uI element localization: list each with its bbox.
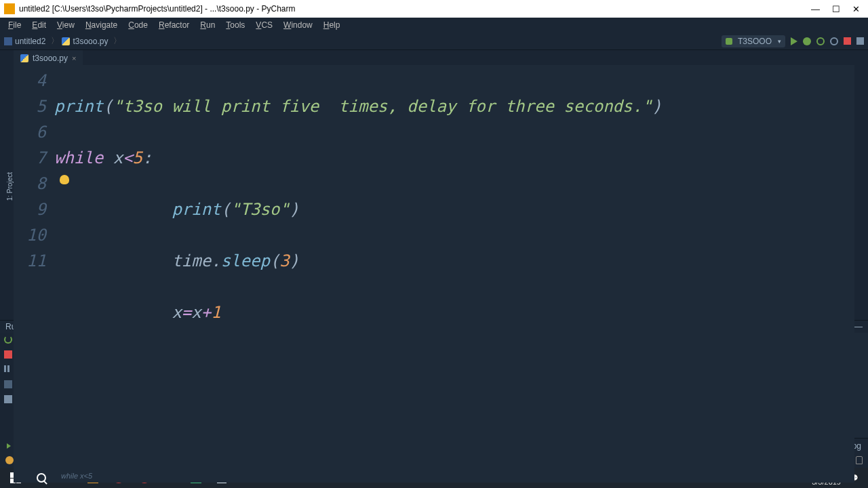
play-icon bbox=[7, 443, 11, 449]
pin-icon[interactable] bbox=[4, 395, 12, 403]
code-context-hint: while x<5 bbox=[61, 472, 92, 480]
menu-bar: File Edit View Navigate Code Refactor Ru… bbox=[0, 18, 868, 33]
coverage-button[interactable] bbox=[816, 37, 825, 45]
menu-vcs[interactable]: VCS bbox=[250, 19, 278, 31]
menu-view[interactable]: View bbox=[52, 19, 80, 31]
python-file-icon bbox=[62, 37, 70, 45]
close-button[interactable]: ✕ bbox=[852, 4, 860, 14]
breadcrumb-sep2: 〉 bbox=[113, 35, 121, 47]
menu-run[interactable]: Run bbox=[195, 19, 220, 31]
maximize-button[interactable]: ☐ bbox=[832, 4, 840, 14]
profile-button[interactable] bbox=[830, 37, 838, 45]
layout-icon[interactable] bbox=[4, 380, 12, 388]
right-tool-gutter bbox=[854, 50, 868, 320]
minimize-button[interactable]: — bbox=[811, 4, 820, 14]
python-file-icon bbox=[20, 54, 28, 62]
menu-refactor[interactable]: Refactor bbox=[153, 19, 195, 31]
project-tool-button[interactable]: 1: Project bbox=[6, 172, 14, 201]
pause-icon[interactable] bbox=[4, 365, 12, 373]
run-config-selector[interactable]: T3SOOO bbox=[722, 35, 785, 47]
code-editor[interactable]: 4567891011 print("t3so will print five t… bbox=[14, 65, 854, 483]
intention-bulb-icon[interactable] bbox=[60, 175, 69, 184]
left-tool-gutter: 1: Project bbox=[0, 50, 14, 320]
window-title: untitled2 [C:\Users\t3so\PycharmProjects… bbox=[19, 4, 811, 14]
warning-icon[interactable] bbox=[5, 456, 14, 464]
code-body[interactable]: print("t3so will print five times, delay… bbox=[54, 65, 854, 483]
menu-code[interactable]: Code bbox=[123, 19, 153, 31]
menu-help[interactable]: Help bbox=[318, 19, 346, 31]
nav-bar: untitled2 〉 t3sooo.py 〉 T3SOOO bbox=[0, 33, 868, 50]
line-number-gutter: 4567891011 bbox=[14, 65, 54, 483]
menu-window[interactable]: Window bbox=[278, 19, 318, 31]
menu-file[interactable]: File bbox=[3, 19, 26, 31]
title-bar: untitled2 [C:\Users\t3so\PycharmProjects… bbox=[0, 0, 868, 18]
run-button[interactable] bbox=[791, 37, 797, 45]
breadcrumb-file[interactable]: t3sooo.py bbox=[73, 37, 108, 46]
debug-button[interactable] bbox=[803, 37, 811, 45]
menu-navigate[interactable]: Navigate bbox=[80, 19, 123, 31]
rerun-icon[interactable] bbox=[4, 336, 12, 344]
breadcrumb-project[interactable]: untitled2 bbox=[15, 37, 45, 46]
app-icon bbox=[4, 3, 15, 14]
breadcrumb-sep: 〉 bbox=[51, 35, 59, 47]
project-icon bbox=[4, 37, 12, 45]
menu-edit[interactable]: Edit bbox=[26, 19, 52, 31]
run-panel-hide-icon[interactable]: — bbox=[854, 322, 863, 331]
update-button[interactable] bbox=[856, 37, 864, 45]
tab-name: t3sooo.py bbox=[33, 54, 68, 63]
editor-tab[interactable]: t3sooo.py × bbox=[14, 50, 83, 65]
stop-icon[interactable] bbox=[4, 350, 12, 359]
editor-tab-row: t3sooo.py × bbox=[14, 50, 854, 65]
readonly-lock-icon[interactable] bbox=[856, 456, 863, 464]
stop-button[interactable] bbox=[844, 37, 851, 45]
run-config-name: T3SOOO bbox=[738, 37, 772, 46]
tab-close-icon[interactable]: × bbox=[72, 54, 76, 62]
menu-tools[interactable]: Tools bbox=[220, 19, 250, 31]
